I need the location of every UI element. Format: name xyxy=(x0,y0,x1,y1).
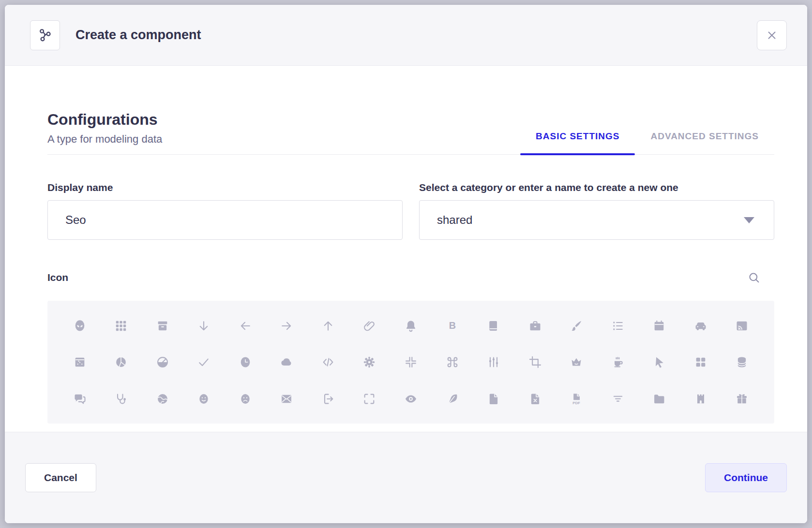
chart-circle-icon[interactable] xyxy=(114,355,128,369)
archive-icon[interactable] xyxy=(156,319,169,333)
command-icon[interactable] xyxy=(446,355,459,369)
gift-icon[interactable] xyxy=(735,392,749,406)
attachment-icon[interactable] xyxy=(362,319,376,333)
tab-advanced-settings[interactable]: ADVANCED SETTINGS xyxy=(635,131,774,154)
dialog-title: Create a component xyxy=(75,28,757,43)
file-icon[interactable] xyxy=(487,392,500,406)
dialog-header: Create a component xyxy=(5,5,807,66)
cup-icon[interactable] xyxy=(611,355,625,369)
code-icon[interactable] xyxy=(321,355,335,369)
settings-tabs: BASIC SETTINGS ADVANCED SETTINGS xyxy=(520,131,774,154)
exit-icon[interactable] xyxy=(321,392,335,406)
clock-icon[interactable] xyxy=(239,355,252,369)
icon-picker-label: Icon xyxy=(47,272,68,283)
category-select[interactable]: shared xyxy=(419,200,774,240)
section-head: Configurations A type for modeling data … xyxy=(47,110,774,155)
dashboard-icon[interactable] xyxy=(694,355,707,369)
svg-text:PDF: PDF xyxy=(572,401,580,405)
cloud-icon[interactable] xyxy=(280,355,293,369)
emotion-unhappy-icon[interactable] xyxy=(239,392,252,406)
continue-button[interactable]: Continue xyxy=(705,463,787,492)
section-titles: Configurations A type for modeling data xyxy=(47,110,162,154)
eye-icon[interactable] xyxy=(404,392,418,406)
arrow-down-icon[interactable] xyxy=(197,319,211,333)
file-error-icon[interactable] xyxy=(528,392,542,406)
chart-bubble-icon[interactable] xyxy=(73,355,87,369)
cog-icon[interactable] xyxy=(362,355,376,369)
check-icon[interactable] xyxy=(197,355,211,369)
display-name-input[interactable] xyxy=(47,200,403,240)
file-pdf-icon[interactable]: PDF xyxy=(570,392,583,406)
gate-icon[interactable] xyxy=(694,392,707,406)
dialog-footer: Cancel Continue xyxy=(5,432,807,523)
arrow-right-icon[interactable] xyxy=(280,319,293,333)
icon-search-button[interactable] xyxy=(747,271,761,284)
category-field-group: Select a category or enter a name to cre… xyxy=(419,182,774,240)
envelope-icon[interactable] xyxy=(280,392,293,406)
arrow-left-icon[interactable] xyxy=(239,319,252,333)
display-name-label: Display name xyxy=(47,182,403,193)
category-label: Select a category or enter a name to cre… xyxy=(419,182,774,193)
apps-icon[interactable] xyxy=(114,319,128,333)
alien-icon[interactable] xyxy=(73,319,87,333)
component-icon xyxy=(37,27,53,44)
doctor-icon[interactable] xyxy=(114,392,128,406)
icon-picker-head: Icon xyxy=(47,271,774,284)
icon-grid: BPDF xyxy=(47,301,774,424)
calendar-icon[interactable] xyxy=(652,319,666,333)
close-button[interactable] xyxy=(757,20,787,50)
bold-icon[interactable]: B xyxy=(446,319,459,333)
cancel-button[interactable]: Cancel xyxy=(25,463,96,492)
page-title: Configurations xyxy=(47,110,162,129)
discuss-icon[interactable] xyxy=(73,392,87,406)
chevron-down-icon xyxy=(744,217,754,223)
earth-icon[interactable] xyxy=(156,392,169,406)
sliders-icon[interactable] xyxy=(487,355,500,369)
cast-icon[interactable] xyxy=(735,319,749,333)
collapse-icon[interactable] xyxy=(404,355,418,369)
display-name-field-group: Display name xyxy=(47,182,403,240)
cursor-icon[interactable] xyxy=(652,355,666,369)
folder-icon[interactable] xyxy=(652,392,666,406)
close-icon xyxy=(766,29,778,42)
briefcase-icon[interactable] xyxy=(528,319,542,333)
car-icon[interactable] xyxy=(694,319,707,333)
category-selected-value: shared xyxy=(437,213,472,227)
expand-icon[interactable] xyxy=(362,392,376,406)
page-subtitle: A type for modeling data xyxy=(47,133,162,146)
search-icon xyxy=(747,271,761,284)
create-component-dialog: Create a component Configurations A type… xyxy=(5,5,807,523)
crown-icon[interactable] xyxy=(570,355,583,369)
book-icon[interactable] xyxy=(487,319,500,333)
bell-icon[interactable] xyxy=(404,319,418,333)
filter-icon[interactable] xyxy=(611,392,625,406)
bullet-list-icon[interactable] xyxy=(611,319,625,333)
dialog-body: Configurations A type for modeling data … xyxy=(5,66,807,432)
tab-basic-settings[interactable]: BASIC SETTINGS xyxy=(520,131,635,154)
emotion-happy-icon[interactable] xyxy=(197,392,211,406)
database-icon[interactable] xyxy=(735,355,749,369)
arrow-up-icon[interactable] xyxy=(321,319,335,333)
chart-pie-icon[interactable] xyxy=(156,355,169,369)
form-row: Display name Select a category or enter … xyxy=(47,182,774,240)
component-pictogram xyxy=(30,20,60,50)
crop-icon[interactable] xyxy=(528,355,542,369)
svg-text:B: B xyxy=(449,320,455,331)
feather-icon[interactable] xyxy=(446,392,459,406)
brush-icon[interactable] xyxy=(570,319,583,333)
